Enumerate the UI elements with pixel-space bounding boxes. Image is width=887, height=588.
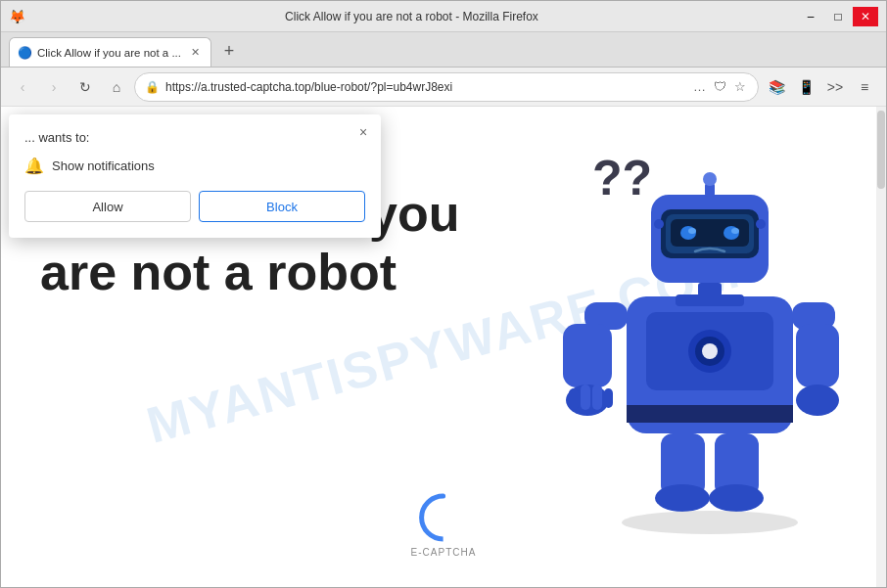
captcha-logo: E-CAPTCHA: [411, 492, 477, 558]
minimize-button[interactable]: –: [798, 7, 823, 26]
block-button[interactable]: Block: [199, 191, 365, 222]
tab-bar: 🔵 Click Allow if you are not a ... ✕ +: [1, 32, 886, 68]
synced-tabs-button[interactable]: 📱: [792, 73, 819, 101]
svg-rect-24: [569, 388, 579, 410]
popup-close-button[interactable]: ×: [353, 122, 373, 142]
library-button[interactable]: 📚: [763, 73, 790, 101]
robot-illustration: ??: [534, 116, 866, 547]
maximize-button[interactable]: □: [825, 7, 851, 26]
title-bar: 🦊 Click Allow if you are not a robot - M…: [1, 1, 886, 32]
svg-point-12: [756, 219, 766, 229]
firefox-icon: 🦊: [9, 9, 25, 24]
back-button[interactable]: ‹: [9, 73, 36, 101]
bookmark-button[interactable]: ☆: [732, 77, 748, 96]
refresh-button[interactable]: ↻: [71, 73, 99, 101]
svg-rect-20: [627, 405, 793, 423]
svg-point-10: [703, 172, 717, 186]
svg-rect-13: [698, 283, 722, 296]
active-tab[interactable]: 🔵 Click Allow if you are not a ... ✕: [9, 37, 211, 67]
navigation-bar: ‹ › ↻ ⌂ 🔒 https://a.trusted-captcha.top/…: [1, 68, 886, 107]
popup-wants-text: ... wants to:: [24, 130, 365, 145]
tab-close-button[interactable]: ✕: [187, 45, 203, 61]
svg-point-11: [654, 219, 664, 229]
browser-window: 🦊 Click Allow if you are not a robot - M…: [0, 0, 887, 588]
svg-rect-27: [604, 388, 613, 408]
svg-point-33: [655, 484, 710, 512]
extensions-button[interactable]: >>: [821, 73, 849, 101]
svg-rect-29: [796, 324, 839, 387]
window-title: Click Allow if you are not a robot - Moz…: [25, 10, 798, 23]
popup-permission: 🔔 Show notifications: [24, 157, 365, 175]
popup-buttons: Allow Block: [24, 191, 365, 222]
svg-point-18: [702, 343, 718, 359]
svg-rect-26: [592, 384, 602, 410]
home-button[interactable]: ⌂: [103, 73, 130, 101]
svg-point-6: [688, 228, 696, 234]
svg-point-8: [731, 228, 739, 234]
captcha-icon: [418, 492, 469, 543]
menu-button[interactable]: ≡: [851, 73, 878, 101]
svg-point-34: [709, 484, 764, 512]
tab-title: Click Allow if you are not a ...: [37, 47, 181, 59]
scrollbar[interactable]: [876, 107, 886, 587]
svg-rect-19: [676, 294, 744, 306]
window-controls: – □ ✕: [798, 7, 878, 26]
notification-popup: × ... wants to: 🔔 Show notifications All…: [9, 114, 381, 238]
captcha-label: E-CAPTCHA: [411, 547, 477, 558]
new-tab-button[interactable]: +: [215, 37, 243, 65]
bell-icon: 🔔: [24, 157, 44, 175]
security-icon: 🔒: [145, 80, 160, 94]
allow-button[interactable]: Allow: [24, 191, 191, 222]
svg-rect-25: [581, 384, 590, 410]
svg-point-35: [622, 511, 798, 534]
scrollbar-thumb[interactable]: [877, 111, 885, 189]
svg-rect-22: [563, 324, 612, 387]
popup-permission-text: Show notifications: [52, 158, 155, 173]
page-content: MYANTISPYWARE.COM Click Allow if you are…: [1, 107, 886, 587]
svg-point-30: [796, 384, 839, 416]
tab-favicon: 🔵: [18, 46, 31, 60]
url-text: https://a.trusted-captcha.top/blue-robot…: [165, 80, 685, 94]
more-button[interactable]: …: [691, 77, 708, 96]
url-actions: … 🛡 ☆: [691, 77, 748, 96]
url-bar[interactable]: 🔒 https://a.trusted-captcha.top/blue-rob…: [134, 72, 759, 102]
toolbar-right: 📚 📱 >> ≡: [763, 73, 878, 101]
svg-text:??: ??: [592, 151, 652, 205]
close-button[interactable]: ✕: [853, 7, 878, 26]
forward-button[interactable]: ›: [40, 73, 68, 101]
shield-icon: 🛡: [712, 77, 728, 96]
